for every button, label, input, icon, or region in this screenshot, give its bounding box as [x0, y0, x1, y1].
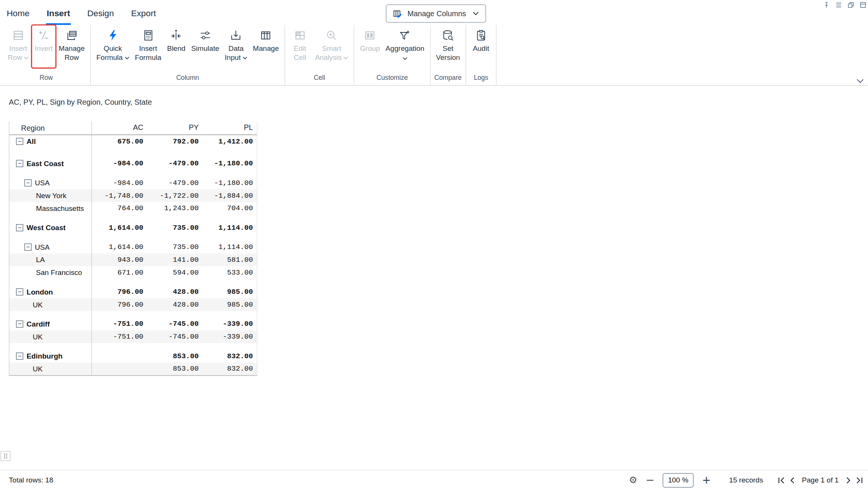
window-restore-icon[interactable]: [848, 2, 854, 8]
collapse-toggle[interactable]: −: [16, 160, 23, 167]
smart-analysis-button[interactable]: Smart Analysis: [312, 25, 351, 68]
cell-py[interactable]: 141.00: [147, 253, 203, 266]
cell-ac[interactable]: -751.00: [92, 318, 147, 330]
cell-pl[interactable]: -339.00: [203, 330, 257, 343]
cell-ac[interactable]: [92, 362, 147, 375]
audit-button[interactable]: Audit: [469, 25, 493, 68]
group-button[interactable]: Group: [357, 25, 383, 68]
cell-ac[interactable]: -984.00: [92, 157, 147, 170]
cell-pl[interactable]: 1,114.00: [203, 221, 257, 234]
settings-gear-icon[interactable]: ⚙: [629, 475, 637, 485]
cell-pl[interactable]: 1,114.00: [203, 241, 257, 253]
cell-pl[interactable]: -1,180.00: [203, 177, 257, 189]
cell-ac[interactable]: 796.00: [92, 285, 147, 298]
first-page-button[interactable]: [777, 476, 785, 484]
cell-pl[interactable]: 1,412.00: [203, 135, 257, 148]
cell-pl[interactable]: -1,180.00: [203, 157, 257, 170]
tab-home[interactable]: Home: [6, 3, 30, 25]
table-row[interactable]: UK-751.00-745.00-339.00: [9, 330, 257, 343]
aggregation-button[interactable]: Aggregation: [383, 25, 427, 68]
cell-ac[interactable]: 1,614.00: [92, 221, 147, 234]
collapse-toggle[interactable]: −: [24, 179, 32, 186]
cell-ac[interactable]: -1,748.00: [92, 189, 147, 202]
cell-py[interactable]: -745.00: [147, 318, 203, 330]
table-row[interactable]: San Francisco671.00594.00533.00: [9, 266, 257, 279]
cell-pl[interactable]: 533.00: [203, 266, 257, 279]
table-row[interactable]: −USA1,614.00735.001,114.00: [9, 241, 257, 253]
manage-column-button[interactable]: Manage: [250, 25, 282, 68]
cell-py[interactable]: 428.00: [147, 298, 203, 311]
cell-py[interactable]: -1,722.00: [147, 189, 203, 202]
simulate-button[interactable]: Simulate: [188, 25, 222, 68]
table-row[interactable]: −Cardiff-751.00-745.00-339.00: [9, 318, 257, 330]
data-input-button[interactable]: Data Input: [222, 25, 250, 68]
invert-button[interactable]: Invert: [32, 25, 56, 68]
next-page-button[interactable]: [844, 476, 852, 484]
cell-pl[interactable]: 985.00: [203, 298, 257, 311]
collapse-toggle[interactable]: −: [16, 353, 23, 360]
insert-row-button[interactable]: Insert Row: [5, 25, 32, 68]
edit-cell-button[interactable]: Edit Cell: [288, 25, 312, 68]
table-row[interactable]: −USA-984.00-479.00-1,180.00: [9, 177, 257, 189]
insert-formula-button[interactable]: Insert Formula: [132, 25, 164, 68]
table-row[interactable]: UK796.00428.00985.00: [9, 298, 257, 311]
cell-pl[interactable]: 704.00: [203, 202, 257, 215]
cell-ac[interactable]: 671.00: [92, 266, 147, 279]
cell-pl[interactable]: 832.00: [203, 362, 257, 375]
table-row[interactable]: −West Coast1,614.00735.001,114.00: [9, 221, 257, 234]
cell-py[interactable]: 853.00: [147, 350, 203, 363]
cell-ac[interactable]: 675.00: [92, 135, 147, 148]
table-row[interactable]: −London796.00428.00985.00: [9, 285, 257, 298]
cell-pl[interactable]: 581.00: [203, 253, 257, 266]
cell-pl[interactable]: -339.00: [203, 318, 257, 330]
cell-ac[interactable]: -984.00: [92, 177, 147, 189]
cell-ac[interactable]: 943.00: [92, 253, 147, 266]
cell-ac[interactable]: 1,614.00: [92, 241, 147, 253]
table-row[interactable]: LA943.00141.00581.00: [9, 253, 257, 266]
table-row[interactable]: UK853.00832.00: [9, 362, 257, 375]
manage-columns-button[interactable]: Manage Columns: [386, 5, 486, 23]
cell-py[interactable]: 735.00: [147, 221, 203, 234]
collapse-toggle[interactable]: −: [16, 224, 23, 231]
collapse-toggle[interactable]: −: [16, 289, 23, 296]
collapse-ribbon-button[interactable]: [856, 79, 864, 84]
zoom-out-button[interactable]: −: [646, 475, 654, 485]
cell-ac[interactable]: 764.00: [92, 202, 147, 215]
tab-export[interactable]: Export: [131, 3, 157, 25]
table-row[interactable]: −East Coast-984.00-479.00-1,180.00: [9, 157, 257, 170]
cell-pl[interactable]: 985.00: [203, 285, 257, 298]
table-row[interactable]: New York-1,748.00-1,722.00-1,884.00: [9, 189, 257, 202]
collapse-toggle[interactable]: −: [24, 244, 32, 251]
tab-design[interactable]: Design: [87, 3, 115, 25]
quick-formula-button[interactable]: Quick Formula: [93, 25, 132, 68]
tab-insert[interactable]: Insert: [46, 3, 70, 25]
zoom-in-button[interactable]: +: [702, 475, 711, 485]
cell-pl[interactable]: -1,884.00: [203, 189, 257, 202]
collapse-toggle[interactable]: −: [16, 138, 23, 145]
cell-py[interactable]: 792.00: [147, 135, 203, 148]
drag-handle[interactable]: [0, 451, 10, 461]
cell-pl[interactable]: 832.00: [203, 350, 257, 363]
cell-py[interactable]: -479.00: [147, 157, 203, 170]
cell-ac[interactable]: 796.00: [92, 298, 147, 311]
cell-py[interactable]: 428.00: [147, 285, 203, 298]
table-row[interactable]: Massachusetts764.001,243.00704.00: [9, 202, 257, 215]
table-row[interactable]: −All675.00792.001,412.00: [9, 135, 257, 148]
cell-py[interactable]: 1,243.00: [147, 202, 203, 215]
pin-icon[interactable]: [823, 2, 830, 8]
set-version-button[interactable]: Set Version: [433, 25, 463, 68]
last-page-button[interactable]: [856, 476, 864, 484]
blend-button[interactable]: Blend: [164, 25, 188, 68]
cell-ac[interactable]: [92, 350, 147, 363]
cell-py[interactable]: -745.00: [147, 330, 203, 343]
cell-py[interactable]: 853.00: [147, 362, 203, 375]
cell-py[interactable]: 594.00: [147, 266, 203, 279]
zoom-level-input[interactable]: 100 %: [663, 473, 694, 487]
window-panel-icon[interactable]: [860, 2, 866, 8]
manage-row-button[interactable]: Manage Row: [56, 25, 87, 68]
collapse-toggle[interactable]: −: [16, 321, 23, 328]
cell-py[interactable]: -479.00: [147, 177, 203, 189]
cell-py[interactable]: 735.00: [147, 241, 203, 253]
table-row[interactable]: −Edinburgh853.00832.00: [9, 350, 257, 363]
list-icon[interactable]: [835, 2, 842, 8]
